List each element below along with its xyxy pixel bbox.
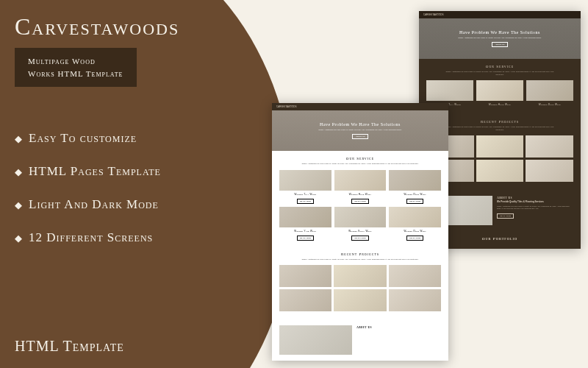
mock-card-title: Wooden Yard Work (279, 227, 331, 235)
mock-hero: Have Problem We Have The Solutions Offer… (419, 18, 581, 59)
mock-thumb (279, 170, 331, 191)
product-title: Carvestawoods (15, 13, 250, 40)
mock-section-heading: Recent Projects (279, 252, 441, 256)
mock-thumb (279, 289, 331, 311)
mock-section-heading: Recent Projects (426, 120, 573, 124)
mock-card: Wooden Home Work (476, 80, 523, 108)
mock-project-grid (279, 289, 441, 311)
diamond-icon: ◆ (15, 233, 23, 244)
mock-thumb (334, 265, 386, 287)
mock-card-button: READ MORE (351, 199, 368, 204)
mock-thumb (389, 289, 441, 311)
mock-service-section: Our Service Offers A Database Of Floor P… (272, 151, 448, 247)
mock-thumb (389, 265, 441, 287)
mock-section-subtitle: Offers A Database Of Floor Plans In Vari… (300, 163, 421, 166)
mock-hero-subtitle: Offers A Database Of Floor Plans In Vari… (318, 129, 401, 132)
feature-text: Light And Dark Mode (29, 197, 159, 211)
diamond-icon: ◆ (15, 133, 23, 145)
mock-hero: Have Problem We Have The Solutions Offer… (272, 110, 448, 151)
mock-hero-button: ABOUT US (352, 134, 369, 139)
mock-about-image (279, 325, 352, 355)
mock-card-title: Wooden Tray Wood (279, 191, 331, 198)
feature-item: ◆Light And Dark Mode (15, 197, 250, 212)
mock-section-heading: Our Service (426, 65, 573, 68)
mock-section-subtitle: Offers A Database Of Floor Plans In Vari… (445, 71, 555, 76)
bottom-label: HTML Template (15, 338, 124, 355)
diamond-icon: ◆ (15, 199, 23, 211)
mock-thumb (526, 135, 573, 158)
mock-thumb (476, 160, 524, 182)
mock-card: Wooden Door WorkREAD MORE (389, 170, 441, 204)
feature-item: ◆HTML Pages Template (15, 164, 250, 179)
template-preview-light: CARVESTAWOODS Have Problem We Have The S… (272, 103, 448, 361)
mock-section-subtitle: Offers A Database Of Floor Plans In Vari… (445, 126, 555, 131)
mock-thumb (334, 207, 387, 227)
mock-card-button: READ MORE (297, 236, 314, 241)
mock-service-grid: Wooden Tray Wood Wooden Home Work Wooden… (426, 80, 573, 108)
mock-hero-title: Have Problem We Have The Solutions (459, 30, 540, 35)
mock-card: Wooden Tray WoodREAD MORE (279, 170, 331, 204)
mock-thumb (526, 80, 573, 101)
mock-thumb (279, 207, 331, 227)
mock-about-section: About Us (272, 319, 448, 361)
mock-card: Wooden Yard WorkREAD MORE (279, 207, 331, 241)
mock-card-button: READ MORE (351, 236, 368, 241)
mock-thumb (334, 170, 387, 191)
promo-panel: Carvestawoods Multipage Wood Works HTML … (15, 13, 250, 263)
mock-project-grid (426, 135, 573, 158)
mock-about-button: READ MORE (497, 213, 514, 219)
product-badge: Multipage Wood Works HTML Template (15, 48, 137, 87)
mock-card: Wooden Story WorkREAD MORE (334, 207, 387, 241)
mock-card-title: Wooden Home Work (476, 101, 523, 108)
mock-project-grid (279, 265, 441, 287)
mock-nav: CARVESTAWOODS (272, 103, 448, 110)
mock-about-subheading: We Provide Quality Tiles & Flooring Serv… (497, 201, 573, 204)
mock-project-grid (426, 160, 573, 182)
mock-card-title: Wooden Story Work (334, 227, 387, 235)
mock-card: Wooden Door WorkREAD MORE (389, 207, 441, 241)
mock-projects-section: Recent Projects Offers A Database Of Flo… (272, 247, 448, 320)
mock-section-heading: Our Service (279, 157, 441, 160)
feature-text: 12 Different Screens (29, 230, 153, 244)
mock-nav: CARVESTAWOODS (419, 11, 581, 18)
mock-thumb (476, 135, 524, 158)
mock-about-text: About Us (356, 325, 441, 330)
mock-card-title: Wooden Home Work (334, 191, 387, 198)
mock-thumb (389, 170, 441, 191)
mock-about-body: Offers A Database Of Floor Plans In Vari… (497, 205, 573, 210)
mock-card-title: Wooden Door Work (526, 101, 573, 108)
mock-thumb (426, 80, 473, 101)
mock-hero-title: Have Problem We Have The Solutions (320, 122, 401, 127)
mock-brand: CARVESTAWOODS (276, 105, 296, 108)
mock-hero-button: ABOUT US (492, 42, 509, 47)
mock-brand: CARVESTAWOODS (423, 13, 443, 16)
mock-thumb (279, 265, 331, 287)
badge-line-2: Works HTML Template (28, 68, 123, 80)
mock-section-subtitle: Offers A Database Of Floor Plans In Vari… (300, 258, 421, 261)
feature-text: HTML Pages Template (29, 164, 161, 178)
mock-card-button: READ MORE (406, 199, 423, 204)
feature-item: ◆12 Different Screens (15, 230, 250, 245)
mock-about-text: About Us We Provide Quality Tiles & Floo… (497, 196, 573, 219)
mock-hero-subtitle: Offers A Database Of Floor Plans In Vari… (458, 37, 541, 40)
feature-item: ◆Easy To customize (15, 131, 250, 146)
mock-section-heading: Our Portfolio (426, 237, 573, 241)
mock-thumb (526, 160, 573, 182)
feature-list: ◆Easy To customize ◆HTML Pages Template … (15, 131, 250, 245)
feature-text: Easy To customize (29, 131, 137, 145)
mock-card-button: READ MORE (406, 236, 423, 241)
mock-card-title: Wooden Door Work (389, 227, 441, 235)
mock-about-heading: About Us (497, 196, 573, 199)
mock-thumb (334, 289, 386, 311)
mock-card-title: Wooden Door Work (389, 191, 441, 198)
mock-service-grid: Wooden Tray WoodREAD MORE Wooden Home Wo… (279, 170, 441, 241)
mock-card: Wooden Home WorkREAD MORE (334, 170, 387, 204)
mock-thumb (389, 207, 441, 227)
mock-thumb (476, 80, 523, 101)
mock-about-heading: About Us (356, 325, 441, 329)
mock-card: Wooden Door Work (526, 80, 573, 108)
mock-card-button: READ MORE (297, 199, 314, 204)
badge-line-1: Multipage Wood (28, 55, 123, 68)
diamond-icon: ◆ (15, 166, 23, 178)
